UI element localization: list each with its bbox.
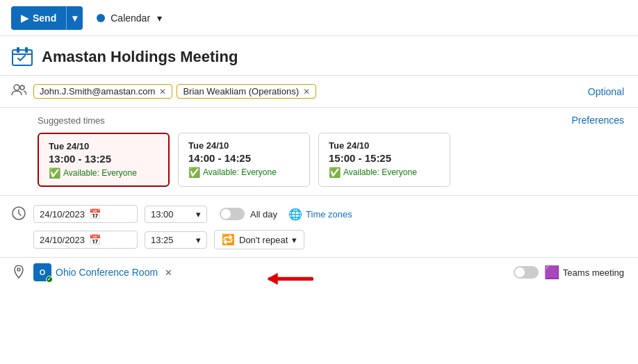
suggested-times-section: Suggested times Preferences Tue 24/10 13… (0, 108, 638, 196)
globe-icon: 🌐 (288, 208, 302, 221)
attendees-icon (11, 83, 26, 100)
end-time-value: 13:25 (151, 235, 174, 245)
time-chevron-start: ▾ (196, 209, 201, 220)
slot-time-3: 15:00 - 15:25 (329, 152, 440, 164)
attendee-name-1: John.J.Smith@amastan.com (40, 86, 155, 97)
avail-label-3: Available: Everyone (343, 167, 417, 177)
datetime-section: 24/10/2023 📅 13:00 ▾ All day 🌐 Time zone… (0, 196, 638, 257)
teams-label: 🟪 Teams meeting (544, 265, 624, 280)
toolbar: ▶ Send ▾ Calendar ▾ (0, 0, 638, 36)
start-datetime-row: 24/10/2023 📅 13:00 ▾ All day 🌐 Time zone… (11, 201, 624, 226)
start-date-input[interactable]: 24/10/2023 📅 (33, 205, 138, 223)
calendar-dot-icon (97, 14, 105, 22)
calendar-chevron-icon: ▾ (157, 13, 162, 24)
repeat-label: Don't repeat (239, 235, 288, 245)
repeat-icon: 🔁 (222, 233, 235, 246)
time-slot-2[interactable]: Tue 24/10 14:00 - 14:25 ✅ Available: Eve… (178, 133, 310, 187)
teams-icon: 🟪 (544, 265, 559, 280)
slot-date-3: Tue 24/10 (329, 140, 440, 151)
slot-time-2: 14:00 - 14:25 (188, 152, 300, 164)
toggle-knob (221, 209, 231, 219)
clock-icon (11, 206, 26, 223)
teams-meeting-toggle[interactable] (514, 266, 539, 279)
teams-meeting-label: Teams meeting (563, 267, 624, 278)
slot-date-1: Tue 24/10 (49, 141, 158, 151)
avail-check-icon-3: ✅ (329, 167, 341, 178)
avail-label-2: Available: Everyone (203, 167, 277, 177)
end-datetime-row: 24/10/2023 📅 13:25 ▾ 🔁 Don't repeat ▾ (11, 226, 624, 253)
meeting-title: Amastan Holdings Meeting (42, 48, 238, 66)
avail-check-icon-1: ✅ (49, 167, 60, 179)
teams-toggle-knob (515, 267, 525, 277)
timezone-link[interactable]: 🌐 Time zones (288, 208, 352, 221)
calendar-button[interactable]: Calendar ▾ (91, 10, 167, 26)
location-icon (11, 264, 26, 281)
slot-time-1: 13:00 - 13:25 (49, 153, 158, 165)
attendees-list: John.J.Smith@amastan.com ✕ Brian Weaklia… (33, 84, 581, 99)
allday-toggle[interactable] (220, 208, 245, 220)
calendar-label: Calendar (111, 13, 150, 24)
location-tag[interactable]: O ✓ Ohio Conference Room (33, 263, 158, 281)
location-row: O ✓ Ohio Conference Room ✕ 🟪 Teams meeti… (0, 257, 638, 287)
avail-check-icon-2: ✅ (188, 167, 200, 178)
title-row: Amastan Holdings Meeting (0, 36, 638, 76)
repeat-chevron: ▾ (292, 235, 297, 245)
meeting-icon (11, 46, 33, 68)
attendee-tag-2[interactable]: Brian Weakliam (Operations) ✕ (177, 84, 316, 99)
calendar-icon-end: 📅 (89, 234, 101, 245)
optional-link[interactable]: Optional (588, 86, 624, 97)
suggested-label: Suggested times (38, 115, 105, 126)
main-content: Amastan Holdings Meeting John.J.Smith@am… (0, 36, 638, 287)
attendees-row: John.J.Smith@amastan.com ✕ Brian Weaklia… (0, 76, 638, 108)
red-arrow-annotation (250, 268, 320, 291)
svg-point-4 (20, 85, 24, 90)
calendar-icon-start: 📅 (89, 208, 101, 220)
time-chevron-end: ▾ (196, 235, 201, 245)
remove-attendee-2[interactable]: ✕ (303, 87, 310, 97)
timezone-label: Time zones (306, 209, 352, 220)
location-check-icon: ✓ (46, 276, 53, 283)
send-play-icon: ▶ (21, 13, 28, 24)
preferences-link[interactable]: Preferences (572, 115, 624, 126)
slot-avail-3: ✅ Available: Everyone (329, 167, 440, 178)
slot-avail-1: ✅ Available: Everyone (49, 167, 158, 179)
repeat-button[interactable]: 🔁 Don't repeat ▾ (214, 230, 304, 249)
location-name: Ohio Conference Room (56, 267, 158, 278)
send-dropdown-button[interactable]: ▾ (67, 6, 83, 30)
svg-point-6 (17, 268, 20, 271)
remove-location-button[interactable]: ✕ (165, 267, 172, 278)
send-button-group[interactable]: ▶ Send ▾ (11, 6, 83, 30)
send-chevron-icon: ▾ (72, 13, 77, 24)
location-avatar: O ✓ (33, 263, 51, 281)
svg-rect-2 (25, 47, 28, 53)
attendee-tag-1[interactable]: John.J.Smith@amastan.com ✕ (33, 84, 172, 99)
location-avatar-text: O (40, 268, 46, 276)
slot-date-2: Tue 24/10 (188, 140, 300, 151)
end-time-input[interactable]: 13:25 ▾ (145, 231, 207, 249)
start-date-value: 24/10/2023 (40, 209, 85, 220)
svg-point-3 (14, 85, 19, 90)
teams-group: 🟪 Teams meeting (514, 265, 624, 280)
avail-label-1: Available: Everyone (63, 168, 137, 178)
start-time-value: 13:00 (151, 209, 174, 220)
time-slots: Tue 24/10 13:00 - 13:25 ✅ Available: Eve… (38, 133, 624, 187)
send-label: Send (33, 13, 56, 24)
start-time-input[interactable]: 13:00 ▾ (145, 206, 207, 223)
slot-avail-2: ✅ Available: Everyone (188, 167, 300, 178)
time-slot-3[interactable]: Tue 24/10 15:00 - 15:25 ✅ Available: Eve… (318, 133, 450, 187)
allday-label: All day (250, 209, 277, 220)
suggested-header: Suggested times Preferences (38, 115, 624, 126)
attendee-name-2: Brian Weakliam (Operations) (183, 86, 299, 97)
svg-marker-7 (267, 273, 277, 285)
end-date-value: 24/10/2023 (40, 235, 85, 245)
remove-attendee-1[interactable]: ✕ (159, 87, 166, 97)
send-button-main[interactable]: ▶ Send (11, 6, 66, 30)
end-date-input[interactable]: 24/10/2023 📅 (33, 231, 138, 249)
svg-rect-1 (17, 47, 19, 53)
time-slot-1[interactable]: Tue 24/10 13:00 - 13:25 ✅ Available: Eve… (38, 133, 170, 187)
allday-group: All day (220, 208, 277, 220)
